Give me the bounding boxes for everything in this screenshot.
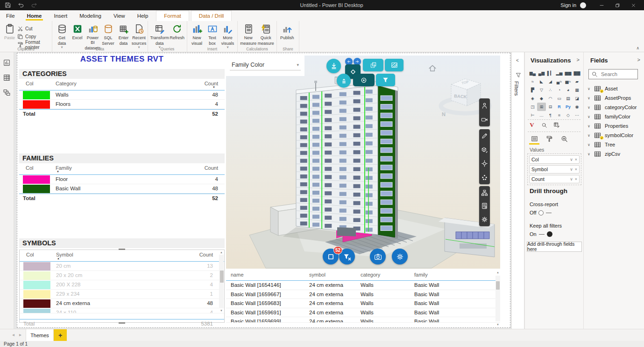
section-hatch-button[interactable]: [385, 59, 403, 71]
3d-model-visual[interactable]: NBACKTOPFamily Color▾52: [226, 56, 500, 269]
visual-type-q-and-a-icon[interactable]: …: [537, 111, 546, 119]
redo-icon[interactable]: [31, 2, 37, 8]
paste-button[interactable]: Paste: [2, 22, 17, 41]
data-view-button[interactable]: [2, 73, 12, 82]
move-up-button[interactable]: [337, 74, 351, 88]
visual-type-filled-map-icon[interactable]: ◆: [537, 94, 546, 103]
visual-type-smart-narrative-icon[interactable]: ¶: [546, 111, 555, 119]
field-table-symbolColor[interactable]: ∨✓symbolColor: [584, 131, 644, 140]
collapse-visualizations-icon[interactable]: >: [577, 57, 580, 62]
undo-icon[interactable]: [18, 2, 24, 8]
publish-button[interactable]: Publish: [279, 22, 296, 41]
field-table-Asset[interactable]: ∨✓Asset: [584, 84, 644, 93]
visual-type-scatter-chart-icon[interactable]: ∴: [546, 86, 555, 94]
column-header-count[interactable]: Count: [205, 165, 218, 171]
visual-type-python-visual-icon[interactable]: Py: [564, 103, 573, 111]
visual-type-decomposition-tree-icon[interactable]: ⊢: [528, 111, 537, 119]
visual-type-100-stacked-column-chart-icon[interactable]: ▇▇: [573, 69, 581, 77]
table-row[interactable]: Floors4: [19, 100, 225, 109]
visual-type-clustered-column-chart-icon[interactable]: ▂▅: [555, 69, 564, 77]
detail-table-visual[interactable]: namesymbolcategoryfamily▲Basic Wall [165…: [226, 270, 500, 327]
cluster-icon[interactable]: [480, 173, 489, 182]
cut-button[interactable]: Cut: [17, 25, 50, 32]
field-well-count[interactable]: Count∨×: [529, 175, 580, 183]
column-header-count[interactable]: Count: [199, 252, 213, 257]
collapse-fields-icon[interactable]: >: [637, 57, 640, 62]
visual-type-waterfall-chart-icon[interactable]: ▛: [528, 86, 537, 94]
format-tab[interactable]: [545, 134, 554, 143]
properties-card-icon[interactable]: [480, 201, 489, 211]
visual-type-donut-chart-icon[interactable]: ◕: [564, 86, 573, 94]
visual-type-table-icon[interactable]: ⊞: [537, 103, 546, 111]
fields-search[interactable]: [588, 69, 638, 79]
menu-tab-insert[interactable]: Insert: [48, 10, 73, 21]
column-header-category[interactable]: category: [361, 272, 380, 278]
symbols-table-visual[interactable]: SYMBOLSColSymbolCount▲20 cm1320 x 20 cm2…: [19, 238, 225, 323]
filters-pane-collapsed[interactable]: < Filters: [511, 52, 524, 329]
restore-button[interactable]: [609, 0, 625, 10]
visual-type-ribbon-chart-icon[interactable]: ▰: [573, 77, 581, 86]
save-icon[interactable]: [5, 2, 11, 8]
report-page[interactable]: ASSET THEMES RVT CATEGORIESColCategoryCo…: [17, 53, 510, 328]
quick-measure-button[interactable]: Quickmeasure: [257, 22, 275, 47]
field-table-Properties[interactable]: ∨Properties: [584, 121, 644, 131]
excel-button[interactable]: Excel: [70, 22, 85, 41]
field-well-col[interactable]: Col∨×: [529, 155, 580, 164]
new-page-button[interactable]: +: [54, 329, 67, 341]
scroll-thumb[interactable]: [496, 281, 500, 290]
build-visual-icon[interactable]: [552, 122, 561, 128]
sign-in-button[interactable]: Sign in: [560, 2, 576, 8]
column-header-col[interactable]: Col: [26, 252, 34, 257]
table-row[interactable]: Floor4: [19, 175, 225, 184]
screenshot-button[interactable]: [370, 249, 386, 264]
visual-type-treemap-icon[interactable]: ▦: [573, 86, 581, 94]
selection-handle-top[interactable]: [119, 249, 125, 250]
visual-type-line-and-clustered-column-chart-icon[interactable]: ▅≈: [564, 77, 573, 86]
table-row[interactable]: Basic Wall [1654146]24 cm externaWallsBa…: [226, 281, 500, 290]
model-tree-icon[interactable]: [480, 188, 489, 198]
field-table-AssetProps[interactable]: ∨AssetProps: [584, 93, 644, 103]
sql-server-button[interactable]: SQLServer: [100, 22, 116, 47]
more-visuals-button[interactable]: Morevisuals∨: [220, 22, 235, 49]
field-table-Tree[interactable]: ∨Tree: [584, 140, 644, 149]
add-drill-through-fields-target[interactable]: Add drill-through fields here: [527, 242, 582, 252]
first-person-icon[interactable]: [480, 101, 489, 111]
analytics-tab[interactable]: [559, 134, 569, 143]
copy-view-button[interactable]: [363, 59, 383, 71]
menu-tab-home[interactable]: Home: [21, 10, 48, 21]
visual-type-funnel-chart-icon[interactable]: ▽: [537, 86, 546, 94]
menu-tab-modeling[interactable]: Modeling: [73, 10, 107, 21]
visual-type-multi-row-card-icon[interactable]: ▤: [564, 94, 573, 103]
visual-type-line-chart-icon[interactable]: ≈: [528, 77, 537, 86]
text-box-button[interactable]: Textbox: [205, 22, 220, 47]
cross-report-toggle[interactable]: Off: [530, 210, 552, 215]
account-avatar[interactable]: [580, 2, 586, 8]
scroll-thumb[interactable]: [220, 271, 224, 283]
visual-type-stacked-column-chart-icon[interactable]: ▄▆: [537, 69, 546, 77]
explode-model-icon[interactable]: [480, 159, 489, 168]
categories-table-visual[interactable]: CATEGORIESColCategoryCount▼Walls48Floors…: [19, 69, 225, 118]
table-row[interactable]: Basic Wall [1659691]24 cm externaWallsBa…: [226, 308, 500, 318]
chevron-down-icon[interactable]: ∨: [584, 87, 594, 91]
custom-visual-v-icon[interactable]: V: [528, 121, 536, 129]
menu-tab-view[interactable]: View: [107, 10, 131, 21]
visual-type-r-script-visual-icon[interactable]: R: [555, 103, 564, 111]
visual-type-stacked-bar-chart-icon[interactable]: ▆▄: [528, 69, 537, 77]
edit-model-icon[interactable]: [480, 145, 489, 155]
select-target-button[interactable]: [353, 74, 375, 86]
field-well-symbol[interactable]: Symbol∨×: [529, 165, 580, 174]
home-view-icon[interactable]: [428, 63, 437, 73]
visual-type-paginated-report-icon[interactable]: ≡: [555, 111, 564, 119]
visual-type-more-options-icon[interactable]: ⋯: [573, 111, 581, 119]
color-mode-dropdown[interactable]: Family Color▾: [230, 59, 301, 70]
table-row[interactable]: Basic Wall [1659699]24 cm externaWallsBa…: [226, 317, 500, 323]
transform-data-button[interactable]: Transformdata∨: [150, 22, 170, 49]
menu-tab-file[interactable]: File: [0, 10, 21, 21]
new-measure-button[interactable]: Newmeasure: [240, 22, 257, 47]
page-tab-themes[interactable]: Themes: [26, 329, 54, 341]
table-row[interactable]: 200 X 2284: [20, 280, 224, 290]
close-button[interactable]: [625, 0, 641, 10]
chevron-down-icon[interactable]: ∨: [584, 96, 594, 100]
column-header-col[interactable]: Col: [26, 81, 34, 86]
table-row[interactable]: Basic Wall [1659667]24 cm externaWallsBa…: [226, 290, 500, 299]
